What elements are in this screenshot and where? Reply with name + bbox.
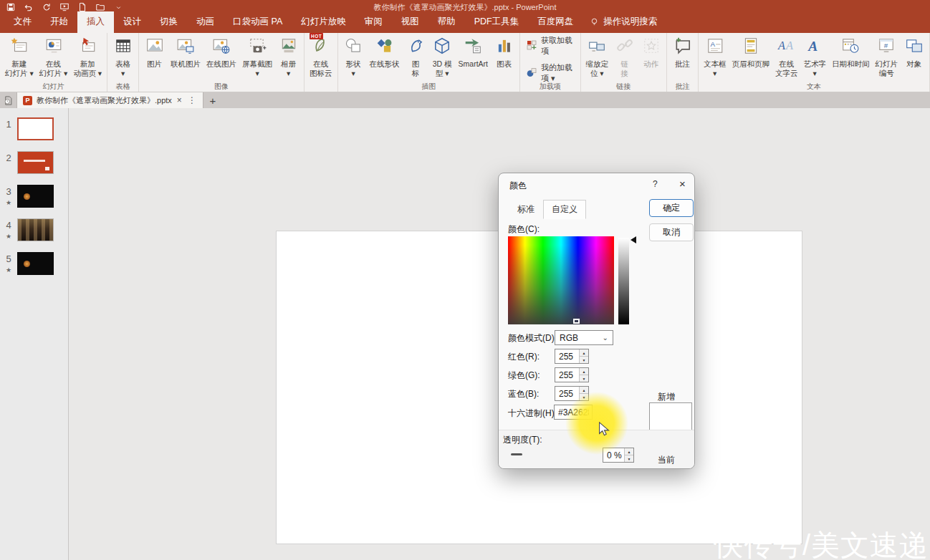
linked-picture-button[interactable]: 联机图片 — [168, 34, 203, 69]
luminance-slider-arrow-icon[interactable] — [631, 236, 636, 243]
wordart-icon: A — [805, 37, 824, 58]
online-slide-button[interactable]: 在线 幻灯片 ▾ — [37, 34, 71, 78]
red-spinner[interactable]: ▲▼ — [579, 349, 588, 363]
slide-thumbnail[interactable] — [17, 151, 54, 174]
transparency-spinner[interactable]: ▲▼ — [624, 448, 633, 462]
slide-thumbnail-item-3[interactable]: 3★ — [0, 185, 68, 208]
color-gradient-picker[interactable] — [508, 236, 614, 324]
word-cloud-icon: AA — [777, 37, 796, 58]
slide-thumbnail-item-1[interactable]: 1 — [0, 117, 68, 140]
table-button[interactable]: 表格 ▾ — [110, 34, 136, 78]
slide-thumbnail[interactable] — [17, 185, 54, 208]
transparency-slider[interactable] — [511, 453, 522, 455]
link-icon — [615, 37, 634, 58]
slide-thumbnail-item-2[interactable]: 2 — [0, 151, 68, 174]
document-more-icon[interactable]: ⋮ — [187, 95, 197, 105]
luminance-bar[interactable] — [618, 238, 629, 324]
ribbon-tab-审阅[interactable]: 审阅 — [355, 11, 392, 33]
object-icon — [905, 37, 924, 58]
smartart-button[interactable]: SmartArt — [456, 34, 491, 69]
ribbon-tab-PDF工具集[interactable]: PDF工具集 — [465, 11, 529, 33]
animation-star-icon: ★ — [0, 199, 17, 206]
slide-thumbnail[interactable] — [17, 218, 54, 241]
screenshot-button[interactable]: 屏幕截图 ▾ — [239, 34, 275, 78]
ribbon-tab-幻灯片放映[interactable]: 幻灯片放映 — [292, 11, 355, 33]
ribbon-tab-动画[interactable]: 动画 — [187, 11, 224, 33]
mouse-cursor-icon — [596, 421, 612, 440]
3d-model-button[interactable]: 3D 模 型 ▾ — [429, 34, 456, 78]
ribbon-group-misc: 在线 图标云HOT — [305, 33, 338, 92]
text-box-button[interactable]: A文本框 ▾ — [701, 34, 729, 78]
word-cloud-button[interactable]: AA在线 文字云 — [772, 34, 801, 78]
slide-number-button[interactable]: #幻灯片 编号 — [873, 34, 901, 78]
slide-thumbnail-item-5[interactable]: 5★ — [0, 252, 68, 275]
header-footer-button[interactable]: 页眉和页脚 — [729, 34, 773, 69]
icons-button[interactable]: 图 标 — [403, 34, 429, 78]
dialog-help-button[interactable]: ? — [653, 179, 658, 189]
ribbon-tab-切换[interactable]: 切换 — [150, 11, 187, 33]
link-button[interactable]: 链 接 — [611, 34, 638, 78]
tell-me-search[interactable]: 操作说明搜索 — [583, 11, 664, 33]
zoom-link-button[interactable]: 缩放定 位 ▾ — [583, 34, 612, 78]
get-addins-icon — [526, 39, 537, 52]
blue-spinner[interactable]: ▲▼ — [579, 387, 588, 400]
object-button[interactable]: 对象 — [901, 34, 927, 69]
ribbon-tab-strip: 文件开始插入设计切换动画口袋动画 PA幻灯片放映审阅视图帮助PDF工具集百度网盘… — [4, 11, 664, 33]
ribbon-tab-口袋动画 PA[interactable]: 口袋动画 PA — [224, 11, 292, 33]
table-icon — [114, 37, 133, 58]
photo-album-button[interactable]: 相册 ▾ — [275, 34, 302, 78]
slide-thumbnail-selected[interactable] — [17, 117, 54, 140]
shapes-button[interactable]: 形状 ▾ — [340, 34, 367, 78]
slide-number: 3★ — [0, 185, 17, 208]
color-gradient-marker[interactable] — [573, 319, 580, 324]
dialog-title: 颜色 — [509, 180, 527, 192]
icon-cloud-icon — [312, 37, 330, 58]
blue-label: 蓝色(B): — [508, 388, 539, 400]
get-addins-button[interactable]: 获取加载项 — [522, 34, 577, 58]
tab-standard[interactable]: 标准 — [509, 200, 543, 219]
current-color-label: 当前 — [658, 454, 675, 466]
ribbon-tab-百度网盘[interactable]: 百度网盘 — [528, 11, 583, 33]
comment-button[interactable]: 批注 — [669, 34, 696, 69]
close-document-icon[interactable]: × — [176, 95, 183, 105]
slide-number: 4★ — [0, 218, 17, 241]
chart-button[interactable]: 图表 — [491, 34, 517, 69]
slide-thumbnail-item-4[interactable]: 4★ — [0, 218, 68, 241]
ribbon-tab-帮助[interactable]: 帮助 — [428, 11, 465, 33]
online-picture-button[interactable]: 在线图片 — [203, 34, 239, 69]
slide-thumbnail[interactable] — [17, 252, 54, 275]
animation-star-icon: ★ — [0, 233, 17, 240]
new-animation-page-icon — [78, 37, 97, 58]
ribbon-group-label: 图像 — [139, 82, 304, 92]
cancel-button[interactable]: 取消 — [649, 223, 694, 241]
ribbon-tab-视图[interactable]: 视图 — [392, 11, 428, 33]
new-animation-page-button[interactable]: 新加 动画页 ▾ — [70, 34, 105, 78]
action-button[interactable]: 动作 — [638, 34, 664, 69]
ribbon-tab-插入[interactable]: 插入 — [77, 11, 114, 33]
document-tab[interactable]: P 教你制作《遮罩动画聚光灯效果》.pptx × ⋮ — [17, 92, 203, 108]
color-mode-select[interactable]: RGB ⌄ — [555, 330, 613, 345]
online-shapes-button[interactable]: 在线形状 — [367, 34, 403, 69]
ribbon-tab-开始[interactable]: 开始 — [41, 11, 77, 33]
green-spinner[interactable]: ▲▼ — [579, 368, 588, 382]
date-time-button[interactable]: 日期和时间 — [829, 34, 873, 69]
new-document-tab-button[interactable]: + — [203, 92, 222, 108]
action-icon — [642, 37, 661, 58]
dialog-close-button[interactable]: × — [679, 178, 686, 190]
ribbon-tab-设计[interactable]: 设计 — [114, 11, 150, 33]
dialog-tabs: 标准 自定义 — [509, 200, 586, 219]
picture-button[interactable]: 图片 — [141, 34, 168, 69]
online-slide-icon — [44, 37, 63, 58]
svg-text:#: # — [884, 42, 888, 49]
tab-custom[interactable]: 自定义 — [543, 200, 586, 219]
icon-cloud-button[interactable]: 在线 图标云HOT — [307, 34, 335, 78]
ribbon-group-加载项: 获取加载项我的加载项 ▾加载项 — [520, 33, 580, 92]
hex-input[interactable] — [554, 405, 593, 420]
ribbon-tab-文件[interactable]: 文件 — [4, 11, 41, 33]
red-label: 红色(R): — [508, 351, 540, 363]
history-icon[interactable] — [0, 92, 17, 108]
ok-button[interactable]: 确定 — [649, 199, 694, 217]
wordart-button[interactable]: A艺术字 ▾ — [801, 34, 830, 78]
new-slide-button[interactable]: 新建 幻灯片 ▾ — [2, 34, 37, 78]
ribbon-group-label: 插图 — [338, 82, 519, 92]
